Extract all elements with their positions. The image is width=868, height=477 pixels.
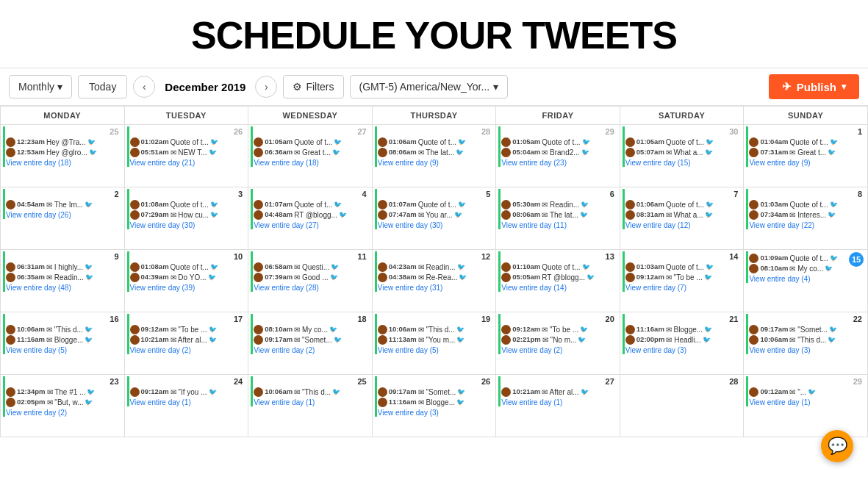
avatar xyxy=(254,148,263,157)
tweet-text: Quote of t... xyxy=(418,137,456,147)
cell-inner: 8 01:03am Quote of t... 🐦 07:34am ✉ Inte… xyxy=(746,189,865,229)
day-number: 3 xyxy=(237,189,244,200)
view-entire-day[interactable]: View entire day (31) xyxy=(378,284,494,292)
avatar xyxy=(501,200,511,209)
view-entire-day[interactable]: View entire day (2) xyxy=(6,409,122,417)
day-number: 6 xyxy=(609,189,616,200)
view-entire-day[interactable]: View entire day (21) xyxy=(130,159,246,167)
cell-inner: 14 01:03am Quote of t... 🐦 09:12am ✉ "To… xyxy=(623,251,742,292)
twitter-icon: 🐦 xyxy=(210,201,218,209)
view-entire-day[interactable]: View entire day (1) xyxy=(749,398,865,406)
tweet-time: 08:06am xyxy=(512,210,540,219)
publish-button[interactable]: ✈ Publish ▾ xyxy=(769,74,859,99)
view-entire-day[interactable]: View entire day (4) xyxy=(749,275,865,283)
tweet-row: 08:06am ✉ The lat... 🐦 xyxy=(501,210,617,220)
tweet-row: 10:06am ✉ "This d... 🐦 xyxy=(749,335,865,345)
view-entire-day[interactable]: View entire day (30) xyxy=(378,221,494,229)
view-entire-day[interactable]: View entire day (48) xyxy=(6,284,122,292)
tweet-text: ✉ "Somet... xyxy=(789,325,828,334)
calendar-cell: 8 01:03am Quote of t... 🐦 07:34am ✉ Inte… xyxy=(744,187,868,250)
tweet-row: 01:07am Quote of t... 🐦 xyxy=(378,200,494,209)
monthly-dropdown[interactable]: Monthly ▾ xyxy=(9,75,72,98)
view-entire-day[interactable]: View entire day (2) xyxy=(501,346,617,354)
avatar xyxy=(378,148,387,157)
next-month-button[interactable]: › xyxy=(255,76,277,98)
view-entire-day[interactable]: View entire day (1) xyxy=(501,398,617,406)
cell-inner: 12 04:23am ✉ Readin... 🐦 04:38am ✉ Re-Re… xyxy=(375,251,494,292)
view-entire-day[interactable]: View entire day (5) xyxy=(6,346,122,354)
tweet-text: ✉ Readin... xyxy=(542,200,579,209)
avatar xyxy=(749,210,758,220)
calendar-header: THURSDAY xyxy=(372,107,496,125)
view-entire-day[interactable]: View entire day (1) xyxy=(130,398,246,406)
day-number: 29 xyxy=(852,376,864,387)
day-number: 22 xyxy=(852,314,864,325)
view-entire-day[interactable]: View entire day (7) xyxy=(625,284,742,292)
view-entire-day[interactable]: View entire day (5) xyxy=(378,346,494,354)
tweet-row: 05:04am ✉ Brand2... 🐦 xyxy=(501,148,617,157)
view-entire-day[interactable]: View entire day (9) xyxy=(749,159,865,167)
cell-inner: 22 09:17am ✉ "Somet... 🐦 10:06am ✉ "This… xyxy=(746,314,865,354)
prev-month-button[interactable]: ‹ xyxy=(133,76,155,98)
twitter-icon: 🐦 xyxy=(582,138,590,147)
calendar-cell: 29 01:05am Quote of t... 🐦 05:04am ✉ Bra… xyxy=(496,125,620,187)
tweet-row: 08:10am ✉ My co... 🐦 xyxy=(254,325,370,334)
twitter-icon: 🐦 xyxy=(578,336,586,345)
avatar xyxy=(378,262,387,272)
tweet-time: 09:12am xyxy=(512,325,540,334)
calendar-cell: 28 xyxy=(620,375,744,437)
month-label: December 2019 xyxy=(161,81,249,93)
view-entire-day[interactable]: View entire day (28) xyxy=(254,284,370,292)
view-entire-day[interactable]: View entire day (1) xyxy=(254,398,370,406)
tweet-time: 06:36am xyxy=(265,148,293,157)
twitter-icon: 🐦 xyxy=(334,201,342,209)
day-number: 27 xyxy=(356,126,367,137)
twitter-icon: 🐦 xyxy=(330,273,338,282)
green-bar xyxy=(746,189,748,229)
green-bar xyxy=(623,189,625,229)
view-entire-day[interactable]: View entire day (18) xyxy=(254,159,370,167)
tweet-row: 05:05am RT @blogg... 🐦 xyxy=(501,273,617,282)
view-entire-day[interactable]: View entire day (3) xyxy=(749,346,865,354)
view-entire-day[interactable]: View entire day (22) xyxy=(749,221,865,229)
calendar-header: TUESDAY xyxy=(124,107,248,125)
calendar-cell: 30 01:05am Quote of t... 🐦 05:07am ✉ Wha… xyxy=(620,125,744,187)
timezone-dropdown[interactable]: (GMT-5) America/New_Yor... ▾ xyxy=(350,75,509,98)
view-entire-day[interactable]: View entire day (2) xyxy=(254,346,370,354)
calendar-cell: 12 04:23am ✉ Readin... 🐦 04:38am ✉ Re-Re… xyxy=(372,250,496,312)
view-entire-day[interactable]: View entire day (18) xyxy=(6,159,122,167)
tweet-row: 10:21am ✉ After al... 🐦 xyxy=(130,335,246,345)
tweet-row: 11:16am ✉ Blogge... 🐦 xyxy=(625,325,742,334)
avatar xyxy=(6,335,15,345)
view-entire-day[interactable]: View entire day (9) xyxy=(378,159,494,167)
calendar-cell: 7 01:06am Quote of t... 🐦 08:31am ✉ What… xyxy=(620,187,744,250)
view-entire-day[interactable]: View entire day (12) xyxy=(625,221,742,229)
view-entire-day[interactable]: View entire day (15) xyxy=(625,159,742,167)
green-bar xyxy=(498,126,501,167)
view-entire-day[interactable]: View entire day (3) xyxy=(378,409,494,417)
filters-button[interactable]: ⚙ Filters xyxy=(283,75,343,98)
view-entire-day[interactable]: View entire day (11) xyxy=(501,221,617,229)
view-entire-day[interactable]: View entire day (39) xyxy=(130,284,246,292)
twitter-icon: 🐦 xyxy=(825,265,833,273)
tweet-text: ✉ "To be ... xyxy=(666,273,703,282)
tweet-time: 05:30am xyxy=(512,200,540,209)
today-button[interactable]: Today xyxy=(78,75,127,98)
cell-inner: 29 01:05am Quote of t... 🐦 05:04am ✉ Bra… xyxy=(498,126,617,167)
green-bar xyxy=(375,189,377,229)
twitter-icon: 🐦 xyxy=(456,398,465,407)
view-entire-day[interactable]: View entire day (27) xyxy=(254,221,370,229)
calendar-cell: 6 05:30am ✉ Readin... 🐦 08:06am ✉ The la… xyxy=(496,187,620,250)
avatar xyxy=(501,387,511,397)
view-entire-day[interactable]: View entire day (23) xyxy=(501,159,617,167)
view-entire-day[interactable]: View entire day (30) xyxy=(130,221,246,229)
tweet-text: Quote of t... xyxy=(171,262,209,272)
calendar-header: SUNDAY xyxy=(744,107,868,125)
tweet-row: 11:16am ✉ Blogge... 🐦 xyxy=(6,335,122,345)
view-entire-day[interactable]: View entire day (3) xyxy=(625,346,742,354)
view-entire-day[interactable]: View entire day (14) xyxy=(501,284,617,292)
view-entire-day[interactable]: View entire day (26) xyxy=(6,211,122,219)
tweet-row: 01:07am Quote of t... 🐦 xyxy=(254,200,370,209)
day-number: 13 xyxy=(604,251,616,262)
view-entire-day[interactable]: View entire day (2) xyxy=(130,346,246,354)
